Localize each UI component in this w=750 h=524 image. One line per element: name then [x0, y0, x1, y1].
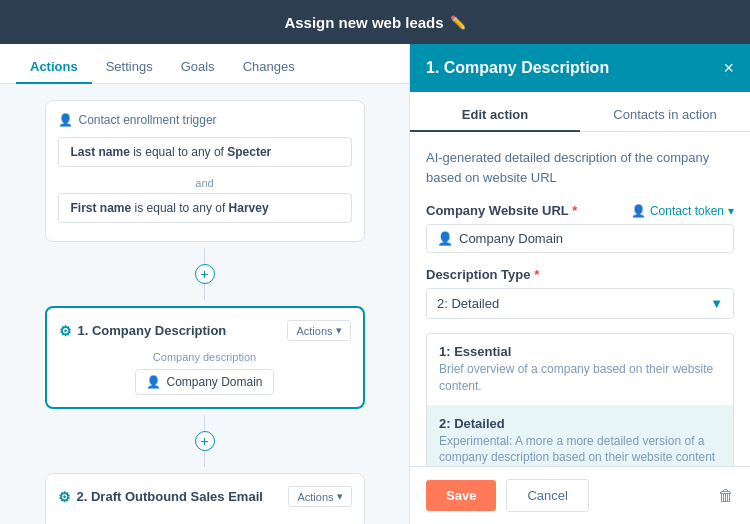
left-panel: Actions Settings Goals Changes 👤 Contact…	[0, 44, 410, 524]
action-node-1-header: ⚙ 1. Company Description Actions ▾	[59, 320, 351, 341]
option-essential[interactable]: 1: Essential Brief overview of a company…	[427, 334, 733, 406]
action-node-2[interactable]: ⚙ 2. Draft Outbound Sales Email Actions …	[45, 473, 365, 524]
url-field-section: Company Website URL * 👤 Contact token ▾ …	[426, 203, 734, 253]
condition2-op: is equal to any of	[135, 201, 229, 215]
url-field-label: Company Website URL *	[426, 203, 577, 218]
right-footer: Save Cancel 🗑	[410, 466, 750, 524]
connector-2: +	[195, 409, 215, 473]
desc-type-select[interactable]: 2: Detailed ▼	[426, 288, 734, 319]
domain-chip: 👤 Company Domain	[135, 369, 273, 395]
desc-type-field-section: Description Type * 2: Detailed ▼	[426, 267, 734, 319]
action-node-2-header: ⚙ 2. Draft Outbound Sales Email Actions …	[58, 486, 352, 507]
right-panel: 1. Company Description × Edit action Con…	[410, 44, 750, 524]
condition-box-1: Last name is equal to any of Specter	[58, 137, 352, 167]
connector-1: +	[195, 242, 215, 306]
dropdown-options: 1: Essential Brief overview of a company…	[426, 333, 734, 466]
action-node-1-actions-btn[interactable]: Actions ▾	[287, 320, 350, 341]
action-node-2-actions-btn[interactable]: Actions ▾	[288, 486, 351, 507]
connector-line-3	[204, 415, 205, 431]
desc-type-required: *	[534, 267, 539, 282]
domain-chip-icon: 👤	[146, 375, 161, 389]
person-icon: 👤	[58, 113, 73, 127]
contact-token-icon: 👤	[631, 204, 646, 218]
domain-chip-label: Company Domain	[166, 375, 262, 389]
condition2-field: First name	[71, 201, 132, 215]
action-node-1-title: ⚙ 1. Company Description	[59, 323, 227, 339]
workflow-canvas: 👤 Contact enrollment trigger Last name i…	[0, 84, 409, 524]
condition-and: and	[58, 173, 352, 193]
connector-line-4	[204, 451, 205, 467]
trigger-label: Contact enrollment trigger	[79, 113, 217, 127]
action-node-1-icon: ⚙	[59, 323, 72, 339]
option-detailed-title: 2: Detailed	[439, 416, 721, 431]
option-detailed-desc: Experimental: A more a more detailed ver…	[439, 433, 721, 466]
app-header: Assign new web leads ✏️	[0, 0, 750, 44]
action-node-2-label: 2. Draft Outbound Sales Email	[77, 489, 263, 504]
trigger-header: 👤 Contact enrollment trigger	[58, 113, 352, 127]
action-node-1-label: 1. Company Description	[78, 323, 227, 338]
condition1-field: Last name	[71, 145, 130, 159]
contact-token-button[interactable]: 👤 Contact token ▾	[631, 204, 734, 218]
url-label-row: Company Website URL * 👤 Contact token ▾	[426, 203, 734, 218]
tab-edit-action[interactable]: Edit action	[410, 99, 580, 132]
connector-line	[204, 248, 205, 264]
save-button[interactable]: Save	[426, 480, 496, 511]
cancel-button[interactable]: Cancel	[506, 479, 588, 512]
url-field-value: Company Domain	[459, 231, 563, 246]
main-layout: Actions Settings Goals Changes 👤 Contact…	[0, 44, 750, 524]
chevron-down-icon-2: ▾	[337, 490, 343, 503]
tab-contacts-in-action[interactable]: Contacts in action	[580, 99, 750, 132]
condition1-value: Specter	[227, 145, 271, 159]
action-node-1-body-label: Company description	[59, 351, 351, 363]
trigger-node: 👤 Contact enrollment trigger Last name i…	[45, 100, 365, 242]
tab-settings[interactable]: Settings	[92, 51, 167, 84]
close-button[interactable]: ×	[723, 58, 734, 79]
selected-value: 2: Detailed	[437, 296, 499, 311]
option-essential-title: 1: Essential	[439, 344, 721, 359]
description-text: AI-generated detailed description of the…	[426, 148, 734, 187]
action-node-2-title: ⚙ 2. Draft Outbound Sales Email	[58, 489, 263, 505]
right-panel-title: 1. Company Description	[426, 59, 609, 77]
option-essential-desc: Brief overview of a company based on the…	[439, 361, 721, 395]
condition1-op: is equal to any of	[133, 145, 227, 159]
action-node-1[interactable]: ⚙ 1. Company Description Actions ▾ Compa…	[45, 306, 365, 409]
condition2-value: Harvey	[229, 201, 269, 215]
contact-token-label: Contact token	[650, 204, 724, 218]
right-header: 1. Company Description ×	[410, 44, 750, 92]
contact-token-chevron: ▾	[728, 204, 734, 218]
right-body: AI-generated detailed description of the…	[410, 132, 750, 466]
left-tabs: Actions Settings Goals Changes	[0, 44, 409, 84]
delete-button[interactable]: 🗑	[718, 487, 734, 505]
chevron-down-icon: ▾	[336, 324, 342, 337]
right-tabs: Edit action Contacts in action	[410, 92, 750, 132]
url-required-indicator: *	[572, 203, 577, 218]
tab-actions[interactable]: Actions	[16, 51, 92, 84]
condition-box-2: First name is equal to any of Harvey	[58, 193, 352, 223]
connector-line-2	[204, 284, 205, 300]
add-node-button-1[interactable]: +	[195, 264, 215, 284]
action-node-1-body: Company description 👤 Company Domain	[59, 351, 351, 395]
url-input-field[interactable]: 👤 Company Domain	[426, 224, 734, 253]
edit-icon[interactable]: ✏️	[450, 15, 466, 30]
select-chevron: ▼	[710, 296, 723, 311]
app-title: Assign new web leads ✏️	[284, 14, 465, 31]
add-node-button-2[interactable]: +	[195, 431, 215, 451]
action-node-2-icon: ⚙	[58, 489, 71, 505]
option-detailed[interactable]: 2: Detailed Experimental: A more a more …	[427, 406, 733, 466]
url-field-icon: 👤	[437, 231, 453, 246]
desc-type-label-row: Description Type *	[426, 267, 734, 282]
desc-type-field-label: Description Type *	[426, 267, 539, 282]
tab-changes[interactable]: Changes	[229, 51, 309, 84]
tab-goals[interactable]: Goals	[167, 51, 229, 84]
title-text: Assign new web leads	[284, 14, 443, 31]
